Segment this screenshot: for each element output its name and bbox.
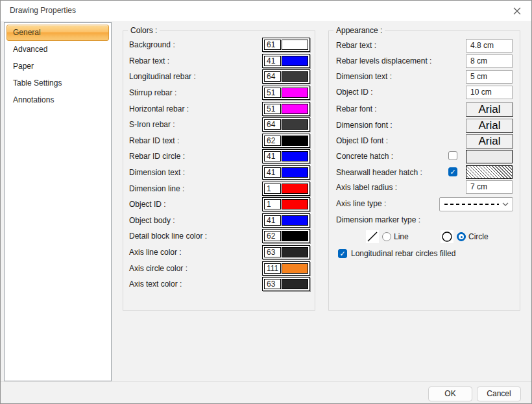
shearwall-header-hatch-checkbox[interactable]: [448, 167, 457, 176]
color-number-input[interactable]: 51: [264, 88, 281, 98]
color-number-input[interactable]: 41: [264, 151, 281, 161]
color-picker-control[interactable]: 51: [262, 102, 310, 116]
color-picker-control[interactable]: 51: [262, 86, 310, 100]
color-row: Rebar ID text : 62: [123, 133, 315, 149]
shearwall-header-hatch-swatch[interactable]: [466, 165, 513, 179]
sidebar-item-table-settings[interactable]: Table Settings: [6, 75, 109, 91]
color-row-label: Rebar ID text :: [129, 136, 179, 145]
color-number-input[interactable]: 64: [264, 119, 281, 130]
color-number-input[interactable]: 41: [264, 56, 281, 66]
marker-circle-radio[interactable]: [457, 232, 466, 241]
color-swatch[interactable]: [282, 199, 308, 209]
color-picker-control[interactable]: 63: [262, 245, 310, 259]
dimension-text-label: Dimension text :: [336, 72, 392, 81]
dimension-text-input[interactable]: 5 cm: [466, 70, 513, 84]
sidebar-item-paper[interactable]: Paper: [6, 58, 109, 75]
color-row: Horizontal rebar : 51: [123, 101, 315, 117]
color-swatch[interactable]: [282, 136, 308, 146]
color-swatch[interactable]: [282, 184, 308, 194]
sidebar-item-advanced[interactable]: Advanced: [6, 42, 109, 58]
circle-icon: [441, 230, 453, 243]
color-row-label: Background :: [129, 40, 175, 49]
color-picker-control[interactable]: 61: [262, 38, 310, 52]
color-number-input[interactable]: 111: [264, 263, 281, 274]
color-swatch[interactable]: [282, 279, 308, 289]
line-icon: [366, 230, 379, 243]
dimension-font-button[interactable]: Arial: [466, 119, 513, 133]
color-swatch[interactable]: [282, 104, 308, 114]
color-swatch[interactable]: [282, 119, 308, 130]
color-number-input[interactable]: 41: [264, 167, 281, 178]
longitudinal-rebar-circles-row: Longitudinal rebar circles filled: [338, 249, 455, 258]
color-picker-control[interactable]: 64: [262, 117, 310, 132]
colors-group-title: Colors :: [128, 26, 160, 35]
ok-button[interactable]: OK: [428, 386, 472, 401]
concrete-hatch-label: Concrete hatch :: [336, 152, 393, 161]
color-picker-control[interactable]: 62: [262, 134, 310, 148]
axis-label-radius-input[interactable]: 7 cm: [466, 180, 513, 194]
color-swatch[interactable]: [282, 151, 308, 161]
longitudinal-rebar-circles-label: Longitudinal rebar circles filled: [351, 249, 455, 258]
object-id-input[interactable]: 10 cm: [466, 86, 513, 99]
color-picker-control[interactable]: 1: [262, 182, 310, 196]
color-row: Rebar text : 41: [123, 53, 315, 69]
object-id-font-label: Object ID font :: [336, 136, 388, 145]
marker-line-radio[interactable]: [382, 232, 391, 241]
color-swatch[interactable]: [282, 56, 308, 66]
color-row: Dimension line : 1: [123, 180, 315, 196]
window-title: Drawing Properties: [10, 1, 76, 21]
color-row-label: Dimension text :: [129, 168, 185, 177]
shearwall-header-hatch-label: Shearwall header hatch :: [336, 168, 422, 177]
concrete-hatch-checkbox[interactable]: [448, 151, 457, 160]
footer-separator: [1, 381, 531, 382]
sidebar-item-annotations[interactable]: Annotations: [6, 92, 109, 108]
color-swatch[interactable]: [282, 71, 308, 82]
longitudinal-rebar-circles-checkbox[interactable]: [338, 249, 347, 258]
color-number-input[interactable]: 1: [264, 184, 281, 194]
cancel-button[interactable]: Cancel: [477, 386, 521, 401]
color-picker-control[interactable]: 41: [262, 149, 310, 163]
colors-group: Colors : Background : 61 Rebar text : 41…: [123, 30, 315, 311]
color-picker-control[interactable]: 62: [262, 229, 310, 243]
color-picker-control[interactable]: 41: [262, 165, 310, 180]
color-number-input[interactable]: 62: [264, 231, 281, 241]
dimension-font-label: Dimension font :: [336, 121, 393, 130]
color-number-input[interactable]: 62: [264, 136, 281, 146]
color-swatch[interactable]: [282, 263, 308, 274]
rebar-font-label: Rebar font :: [336, 104, 377, 113]
close-button[interactable]: [507, 3, 527, 19]
color-row: Rebar ID circle : 41: [123, 149, 315, 165]
color-swatch[interactable]: [282, 167, 308, 178]
color-picker-control[interactable]: 41: [262, 54, 310, 68]
color-swatch[interactable]: [282, 215, 308, 226]
color-number-input[interactable]: 63: [264, 279, 281, 289]
color-picker-control[interactable]: 63: [262, 277, 310, 291]
sidebar-item-general[interactable]: General: [6, 25, 109, 41]
color-swatch[interactable]: [282, 40, 308, 50]
axis-line-type-dropdown[interactable]: [439, 197, 513, 211]
object-id-font-button[interactable]: Arial: [466, 134, 513, 149]
color-row-label: Rebar ID circle :: [129, 152, 185, 161]
color-swatch[interactable]: [282, 247, 308, 257]
rebar-font-button[interactable]: Arial: [466, 102, 513, 117]
color-number-input[interactable]: 63: [264, 247, 281, 257]
axis-label-radius-label: Axis label radius :: [336, 183, 397, 192]
color-number-input[interactable]: 61: [264, 40, 281, 50]
concrete-hatch-swatch[interactable]: [466, 150, 513, 163]
rebar-levels-displacement-input[interactable]: 8 cm: [466, 54, 513, 68]
color-swatch[interactable]: [282, 231, 308, 241]
color-number-input[interactable]: 41: [264, 215, 281, 226]
color-row-label: Object body :: [129, 216, 175, 225]
color-picker-control[interactable]: 64: [262, 69, 310, 84]
color-row-label: Axis text color :: [129, 279, 182, 289]
chevron-down-icon: [502, 202, 509, 206]
rebar-text-input[interactable]: 4.8 cm: [466, 39, 513, 53]
color-number-input[interactable]: 64: [264, 71, 281, 82]
color-picker-control[interactable]: 1: [262, 197, 310, 211]
color-picker-control[interactable]: 41: [262, 213, 310, 228]
color-number-input[interactable]: 1: [264, 199, 281, 209]
color-swatch[interactable]: [282, 88, 308, 98]
dimension-marker-type-label: Dimension marker type :: [336, 215, 420, 224]
color-picker-control[interactable]: 111: [262, 261, 310, 276]
color-number-input[interactable]: 51: [264, 104, 281, 114]
